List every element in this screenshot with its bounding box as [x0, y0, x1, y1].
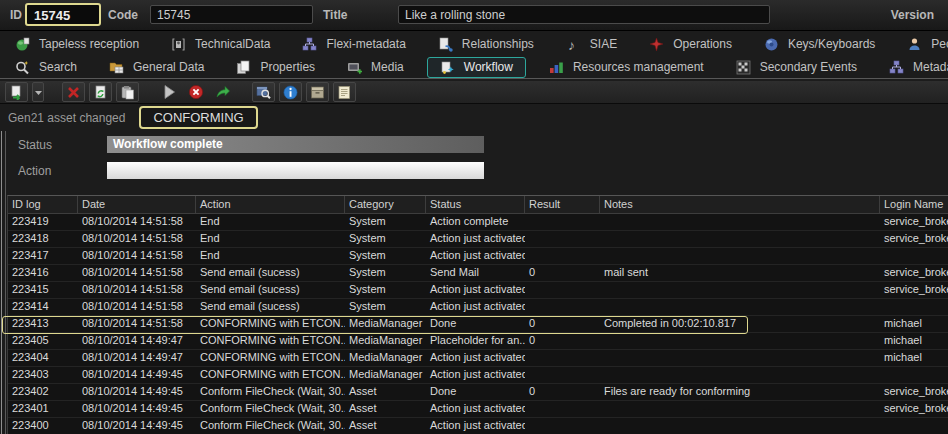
action-label: Action: [18, 164, 51, 178]
table-row[interactable]: 223401 08/10/2014 14:49:45 Conform FileC…: [8, 401, 948, 418]
flexi-metadata-icon: [302, 37, 317, 52]
cell-date: 08/10/2014 14:51:58: [78, 231, 196, 247]
relationships-icon: [438, 37, 453, 52]
code-input[interactable]: [150, 5, 313, 24]
table-row[interactable]: 223402 08/10/2014 14:49:45 Conform FileC…: [8, 384, 948, 401]
cell-status: Action just activated: [426, 350, 525, 366]
cell-status: Action just activated: [426, 418, 525, 434]
delete-button[interactable]: [62, 82, 85, 102]
cell-login-name: service_broke: [880, 282, 948, 298]
tab-secondary-events[interactable]: Secondary Events: [727, 57, 866, 78]
tab-metadata[interactable]: Metadata: [880, 57, 948, 78]
cell-result: [525, 350, 600, 366]
cell-login-name: michael: [880, 333, 948, 349]
green-arrow-icon: [215, 84, 231, 100]
tab-technical-data[interactable]: TechnicalData: [162, 34, 279, 55]
cell-result: [525, 282, 600, 298]
action-value-bar: [107, 162, 484, 179]
cell-id-log: 223416: [8, 265, 78, 281]
archive-button[interactable]: [306, 82, 329, 102]
cell-status: Done: [426, 316, 525, 332]
cell-login-name: michael: [880, 316, 948, 332]
column-header-notes[interactable]: Notes: [600, 196, 880, 213]
cell-login-name: [880, 367, 948, 383]
refresh-document-icon: [93, 85, 108, 100]
title-input[interactable]: [398, 5, 770, 24]
cell-notes: [600, 333, 880, 349]
column-header-result[interactable]: Result: [525, 196, 600, 213]
play-icon: [161, 84, 177, 100]
tab-general-data[interactable]: General Data: [100, 57, 213, 78]
cell-status: Action just activated: [426, 401, 525, 417]
tab-relationships[interactable]: Relationships: [429, 34, 543, 55]
table-row[interactable]: 223405 08/10/2014 14:49:47 CONFORMING wi…: [8, 333, 948, 350]
column-header-action[interactable]: Action: [196, 196, 345, 213]
cell-action: Conform FileCheck (Wait, 30...: [196, 418, 345, 434]
tab-siae[interactable]: ♪ SIAE: [557, 34, 626, 55]
code-label: Code: [108, 8, 138, 22]
column-header-date[interactable]: Date: [78, 196, 196, 213]
tab-people-in-charge[interactable]: People in charge: [898, 34, 948, 55]
cell-category: Asset: [345, 401, 426, 417]
resources-icon: [549, 60, 564, 75]
resume-button[interactable]: [211, 82, 234, 102]
column-header-id-log[interactable]: ID log: [8, 196, 78, 213]
tab-resources-management[interactable]: Resources management: [540, 57, 713, 78]
tab-keys-keyboards[interactable]: Keys/Keyboards: [755, 34, 884, 55]
tab-search[interactable]: Search: [6, 57, 86, 78]
table-row[interactable]: 223418 08/10/2014 14:51:58 End System Ac…: [8, 231, 948, 248]
table-row[interactable]: 223417 08/10/2014 14:51:58 End System Ac…: [8, 248, 948, 265]
cell-login-name: [880, 299, 948, 315]
table-row[interactable]: 223400 08/10/2014 14:49:45 Conform FileC…: [8, 418, 948, 434]
cell-date: 08/10/2014 14:51:58: [78, 265, 196, 281]
column-header-login-name[interactable]: Login Name: [880, 196, 948, 213]
column-header-status[interactable]: Status: [426, 196, 525, 213]
tab-flexi-metadata[interactable]: Flexi-metadata: [293, 34, 414, 55]
table-row[interactable]: 223403 08/10/2014 14:49:45 CONFORMING wi…: [8, 367, 948, 384]
table-row[interactable]: 223404 08/10/2014 14:49:47 CONFORMING wi…: [8, 350, 948, 367]
cell-action: Send email (sucess): [196, 299, 345, 315]
cell-result: 0: [525, 333, 600, 349]
keys-keyboards-icon: [764, 37, 779, 52]
table-row[interactable]: 223415 08/10/2014 14:51:58 Send email (s…: [8, 282, 948, 299]
cell-notes: [600, 248, 880, 264]
operations-icon: [649, 37, 664, 52]
info-button[interactable]: [279, 82, 302, 102]
notes-button[interactable]: [333, 82, 356, 102]
tab-workflow[interactable]: Workflow: [427, 57, 526, 78]
refresh-document-button[interactable]: [89, 82, 112, 102]
stop-button[interactable]: [184, 82, 207, 102]
cell-result: [525, 401, 600, 417]
table-row[interactable]: 223419 08/10/2014 14:51:58 End System Ac…: [8, 214, 948, 231]
cell-status: Action just activated: [426, 231, 525, 247]
cell-id-log: 223418: [8, 231, 78, 247]
table-row[interactable]: 223416 08/10/2014 14:51:58 Send email (s…: [8, 265, 948, 282]
cell-notes: [600, 401, 880, 417]
cell-date: 08/10/2014 14:49:45: [78, 367, 196, 383]
tab-media[interactable]: Media: [338, 57, 413, 78]
cell-date: 08/10/2014 14:49:47: [78, 333, 196, 349]
application-window: ID 15745 Code Title Version Tapeless rec…: [0, 0, 948, 434]
column-header-category[interactable]: Category: [345, 196, 426, 213]
table-row[interactable]: 223413 08/10/2014 14:51:58 CONFORMING wi…: [8, 316, 948, 333]
cell-category: System: [345, 299, 426, 315]
cell-action: CONFORMING with ETCON...: [196, 350, 345, 366]
export-document-icon: [9, 85, 24, 100]
tab-operations[interactable]: Operations: [640, 34, 741, 55]
export-button[interactable]: [5, 82, 28, 102]
cell-id-log: 223419: [8, 214, 78, 230]
panel-splitter[interactable]: [1, 131, 6, 434]
cell-date: 08/10/2014 14:51:58: [78, 248, 196, 264]
cell-id-log: 223404: [8, 350, 78, 366]
tab-tapeless-reception[interactable]: Tapeless reception: [6, 34, 148, 55]
cell-category: Asset: [345, 384, 426, 400]
cell-result: [525, 248, 600, 264]
clipboard-preview-button[interactable]: [116, 82, 139, 102]
tab-properties[interactable]: Properties: [227, 57, 324, 78]
export-menu-button[interactable]: [32, 82, 44, 102]
play-button[interactable]: [157, 82, 180, 102]
metadata-icon: [889, 60, 904, 75]
cell-id-log: 223402: [8, 384, 78, 400]
search-log-button[interactable]: [252, 82, 275, 102]
table-row[interactable]: 223414 08/10/2014 14:51:58 Send email (s…: [8, 299, 948, 316]
